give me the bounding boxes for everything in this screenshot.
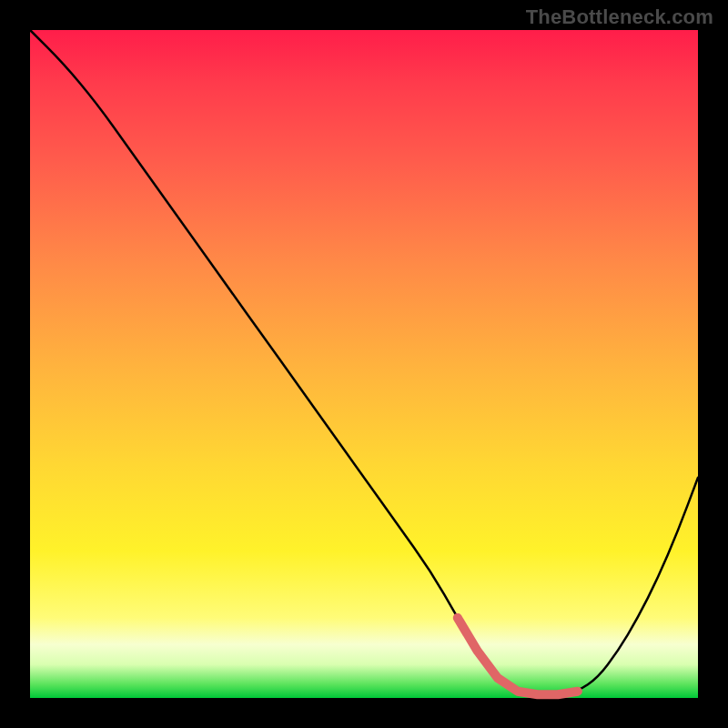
plot-area xyxy=(30,30,698,698)
chart-frame: TheBottleneck.com xyxy=(0,0,728,728)
watermark-text: TheBottleneck.com xyxy=(526,5,713,29)
